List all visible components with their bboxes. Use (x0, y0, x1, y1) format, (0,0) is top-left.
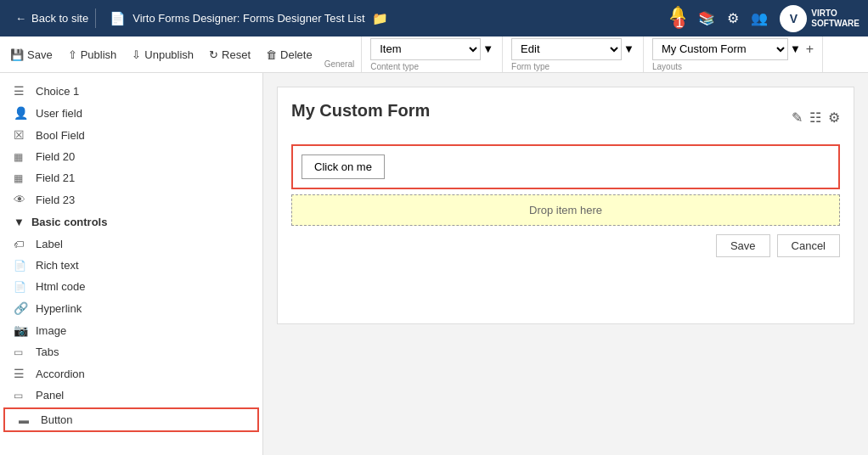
form-footer: Save Cancel (291, 234, 840, 257)
nav-icons-group: 🔔 1 📚 ⚙ 👥 V VIRTOSOFTWARE (669, 5, 860, 32)
image-icon: 📷 (14, 323, 29, 337)
reset-button[interactable]: ↻ Reset (202, 42, 257, 67)
content-type-chevron: ▼ (482, 42, 493, 55)
back-to-site-label: Back to site (31, 12, 88, 25)
field23-icon: 👁 (14, 193, 29, 206)
html-code-icon: 📄 (14, 281, 29, 293)
share-icon[interactable]: 👥 (751, 10, 768, 26)
rich-text-icon: 📄 (14, 260, 29, 272)
form-title: My Custom Form (291, 101, 430, 121)
sidebar-item-user-field[interactable]: 👤 User field (0, 102, 262, 124)
folder-icon: 📁 (372, 11, 388, 26)
general-toolbar-group: 💾 Save ⇧ Publish ⇩ Unpublish ↻ Reset 🗑 D… (0, 37, 362, 72)
top-nav: ← Back to site 📄 Virto Forms Designer: F… (0, 0, 868, 37)
canvas-area: My Custom Form ✎ ☷ ⚙ Click on me Drop it… (263, 73, 868, 455)
sidebar-item-field21-label: Field 21 (36, 171, 75, 184)
user-field-icon: 👤 (14, 106, 29, 120)
sidebar-item-panel[interactable]: ▭ Panel (0, 385, 262, 406)
layouts-row: My Custom Form ▼ + (652, 38, 814, 60)
label-icon: 🏷 (14, 239, 29, 250)
sidebar-item-choice1-label: Choice 1 (36, 85, 79, 98)
virto-logo-text: VIRTOSOFTWARE (811, 8, 860, 29)
content-type-dropdown-block: Item ▼ Content type (362, 37, 503, 72)
back-arrow-icon: ← (15, 12, 26, 25)
sidebar-item-hyperlink[interactable]: 🔗 Hyperlink (0, 297, 262, 319)
canvas-grid-icon[interactable]: ☷ (809, 110, 821, 126)
reset-label: Reset (222, 48, 251, 61)
sidebar-item-image-label: Image (36, 324, 66, 337)
delete-label: Delete (280, 48, 313, 61)
drop-zone-label: Drop item here (529, 204, 602, 216)
unpublish-label: Unpublish (144, 48, 194, 61)
virto-logo-icon: V (780, 5, 807, 32)
sidebar-item-html-code[interactable]: 📄 Html code (0, 276, 262, 297)
form-click-button[interactable]: Click on me (302, 154, 385, 179)
tabs-icon: ▭ (14, 346, 29, 358)
sidebar-item-tabs[interactable]: ▭ Tabs (0, 341, 262, 362)
virto-logo: V VIRTOSOFTWARE (780, 5, 860, 32)
notifications-icon[interactable]: 🔔 1 (669, 5, 686, 32)
back-to-site-link[interactable]: ← Back to site (8, 8, 96, 28)
form-type-select[interactable]: Edit (511, 38, 622, 60)
app-title-bar: 📄 Virto Forms Designer: Forms Designer T… (110, 11, 659, 26)
canvas-edit-icon[interactable]: ✎ (792, 110, 803, 126)
settings-icon[interactable]: ⚙ (727, 10, 739, 26)
basic-controls-label: Basic controls (31, 216, 108, 228)
content-type-row: Item ▼ (370, 38, 493, 60)
form-canvas: My Custom Form ✎ ☷ ⚙ Click on me Drop it… (277, 87, 854, 324)
forms-icon: 📄 (110, 11, 126, 26)
sidebar-item-hyperlink-label: Hyperlink (36, 302, 82, 315)
notification-badge: 1 (674, 18, 685, 29)
bookmark-icon[interactable]: 📚 (698, 10, 715, 26)
content-type-select[interactable]: Item (370, 38, 481, 60)
form-button-row[interactable]: Click on me (291, 144, 840, 189)
canvas-settings-icon[interactable]: ⚙ (828, 110, 840, 126)
canvas-icons: ✎ ☷ ⚙ (792, 110, 840, 126)
form-type-chevron: ▼ (623, 42, 634, 55)
panel-icon: ▭ (14, 390, 29, 402)
basic-controls-section[interactable]: ▼ Basic controls (0, 211, 262, 233)
form-save-button[interactable]: Save (716, 234, 770, 257)
layouts-chevron: ▼ (790, 42, 801, 55)
sidebar-item-panel-label: Panel (36, 389, 64, 402)
app-title-text: Virto Forms Designer: Forms Designer Tes… (132, 12, 364, 25)
sidebar-item-label-label: Label (36, 238, 63, 250)
delete-button[interactable]: 🗑 Delete (259, 42, 319, 67)
save-icon: 💾 (10, 48, 24, 61)
sidebar-item-choice1[interactable]: ☰ Choice 1 (0, 80, 262, 102)
sidebar-item-field20[interactable]: ▦ Field 20 (0, 146, 262, 167)
form-type-row: Edit ▼ (511, 38, 634, 60)
sidebar-item-image[interactable]: 📷 Image (0, 319, 262, 341)
unpublish-button[interactable]: ⇩ Unpublish (125, 42, 200, 67)
accordion-icon: ☰ (14, 367, 29, 380)
layouts-dropdown-block: My Custom Form ▼ + Layouts (644, 37, 823, 72)
choice1-icon: ☰ (14, 84, 29, 98)
sidebar-item-field23[interactable]: 👁 Field 23 (0, 188, 262, 211)
publish-button[interactable]: ⇧ Publish (61, 42, 124, 67)
sidebar-item-accordion-label: Accordion (36, 368, 85, 380)
sidebar-item-bool-field[interactable]: ☒ Bool Field (0, 124, 262, 146)
sidebar-item-rich-text-label: Rich text (36, 259, 79, 272)
sidebar-item-button-label: Button (41, 413, 73, 426)
sidebar-item-field21[interactable]: ▦ Field 21 (0, 167, 262, 188)
layouts-label: Layouts (652, 62, 682, 71)
layouts-select[interactable]: My Custom Form (652, 38, 788, 60)
form-cancel-button[interactable]: Cancel (777, 234, 840, 257)
form-type-dropdown-block: Edit ▼ Form type (503, 37, 644, 72)
layouts-add-icon[interactable]: + (806, 42, 814, 57)
drop-zone[interactable]: Drop item here (291, 194, 840, 226)
sidebar-item-html-code-label: Html code (36, 280, 86, 293)
basic-controls-chevron-icon: ▼ (14, 216, 25, 228)
general-label: General (321, 59, 358, 69)
sidebar-item-rich-text[interactable]: 📄 Rich text (0, 255, 262, 276)
sidebar-item-field20-label: Field 20 (36, 150, 75, 163)
button-icon: ▬ (19, 414, 34, 426)
save-label: Save (27, 48, 53, 61)
content-type-label: Content type (370, 62, 419, 71)
sidebar-item-accordion[interactable]: ☰ Accordion (0, 362, 262, 385)
publish-label: Publish (81, 48, 117, 61)
sidebar-item-label[interactable]: 🏷 Label (0, 233, 262, 255)
sidebar-item-button[interactable]: ▬ Button (3, 407, 259, 432)
save-button[interactable]: 💾 Save (3, 42, 59, 67)
sidebar-item-tabs-label: Tabs (36, 345, 59, 358)
